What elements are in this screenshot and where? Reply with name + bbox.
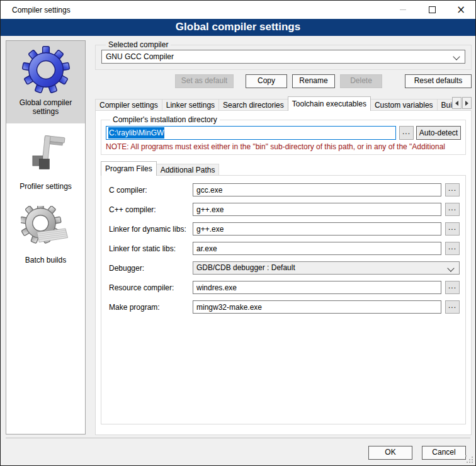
field-row-linker-static: Linker for static libs: ... (109, 242, 460, 255)
gear-stack-icon (21, 206, 71, 251)
installation-directory-group: Compiler's installation directory C:\ray… (101, 115, 466, 155)
tab-search-directories[interactable]: Search directories (218, 99, 288, 111)
resource-compiler-input[interactable] (193, 281, 441, 294)
close-button[interactable]: × (446, 1, 475, 19)
resource-compiler-browse-button[interactable]: ... (445, 281, 460, 294)
c-compiler-browse-button[interactable]: ... (445, 183, 460, 196)
debugger-select-value: GDB/CDB debugger : Default (196, 263, 295, 272)
linker-static-input[interactable] (193, 242, 441, 255)
page-title: Global compiler settings (1, 19, 475, 36)
debugger-select[interactable]: GDB/CDB debugger : Default (193, 261, 460, 275)
titlebar: Compiler settings × (1, 1, 475, 19)
sidebar-item-profiler-settings[interactable]: Profiler settings (6, 132, 85, 191)
footer-separator (6, 438, 470, 438)
compiler-settings-dialog: Compiler settings × Global compiler sett… (0, 0, 476, 466)
field-row-linker-dynamic: Linker for dynamic libs: ... (109, 222, 460, 236)
cpp-compiler-browse-button[interactable]: ... (445, 203, 460, 216)
installation-directory-browse-button[interactable]: ... (399, 126, 414, 140)
program-files-page: C compiler: ... C++ compiler: ... Linker… (101, 175, 466, 424)
c-compiler-input[interactable] (193, 183, 441, 196)
chevron-down-icon (447, 264, 454, 271)
compiler-actions: Set as default Copy Rename Delete Reset … (95, 74, 472, 88)
linker-dynamic-input[interactable] (193, 222, 441, 236)
gear-blue-icon (22, 46, 70, 94)
sidebar-item-label: Profiler settings (14, 182, 77, 191)
selected-compiler-legend: Selected compiler (106, 40, 171, 49)
resize-grip[interactable] (465, 455, 473, 463)
field-label: C++ compiler: (109, 205, 193, 214)
field-row-make-program: Make program: ... (109, 300, 460, 314)
program-files-tabs: Program Files Additional Paths (101, 161, 466, 176)
tab-compiler-settings[interactable]: Compiler settings (95, 99, 162, 111)
main-panel: Selected compiler GNU GCC Compiler Set a… (95, 40, 472, 435)
reset-defaults-button[interactable]: Reset defaults (405, 74, 472, 88)
field-row-c-compiler: C compiler: ... (109, 183, 460, 196)
compiler-select-value: GNU GCC Compiler (106, 52, 174, 61)
field-label: C compiler: (109, 186, 193, 195)
window-title: Compiler settings (1, 6, 388, 14)
field-label: Linker for static libs: (109, 244, 193, 253)
installation-directory-row: C:\raylib\MinGW ... Auto-detect (106, 126, 461, 140)
subtab-program-files[interactable]: Program Files (101, 161, 157, 176)
minimize-icon (400, 9, 406, 10)
program-files-notebook: Program Files Additional Paths C compile… (101, 161, 466, 424)
set-as-default-button: Set as default (175, 74, 234, 88)
make-program-browse-button[interactable]: ... (445, 300, 460, 314)
sidebar-item-global-compiler-settings[interactable]: Global compiler settings (6, 41, 85, 123)
close-icon: × (456, 4, 465, 15)
subtab-additional-paths[interactable]: Additional Paths (156, 164, 220, 176)
tab-scroll-right-icon (465, 101, 468, 106)
chevron-down-icon (453, 53, 460, 60)
tab-scroll-left-button[interactable] (452, 97, 462, 109)
linker-dynamic-browse-button[interactable]: ... (445, 222, 460, 236)
delete-button: Delete (340, 74, 382, 88)
linker-static-browse-button[interactable]: ... (445, 242, 460, 255)
sidebar-item-label: Global compiler settings (14, 98, 77, 116)
tab-scroll-right-button[interactable] (462, 97, 472, 109)
field-label: Resource compiler: (109, 283, 193, 292)
tab-scroll-left-icon (455, 101, 458, 106)
rename-button[interactable]: Rename (292, 74, 335, 88)
dialog-content: Global compiler settings Profiler settin… (1, 36, 475, 465)
tab-linker-settings[interactable]: Linker settings (162, 99, 219, 111)
installation-directory-input[interactable]: C:\raylib\MinGW (106, 126, 396, 140)
copy-button[interactable]: Copy (246, 74, 287, 88)
toolchain-executables-page: Compiler's installation directory C:\ray… (95, 110, 472, 435)
field-label: Debugger: (109, 264, 193, 273)
installation-directory-legend: Compiler's installation directory (110, 115, 220, 124)
settings-tabs: Compiler settings Linker settings Search… (95, 96, 472, 111)
cpp-compiler-input[interactable] (193, 203, 441, 216)
tab-toolchain-executables[interactable]: Toolchain executables (288, 96, 371, 111)
tab-scroll-buttons (451, 97, 472, 109)
make-program-input[interactable] (193, 300, 441, 314)
minimize-button (388, 1, 417, 19)
cancel-button[interactable]: Cancel (422, 446, 466, 460)
maximize-button[interactable] (417, 1, 446, 19)
field-label: Linker for dynamic libs: (109, 225, 193, 234)
ok-button[interactable]: OK (368, 446, 412, 460)
installation-directory-value: C:\raylib\MinGW (108, 127, 164, 139)
tab-custom-variables[interactable]: Custom variables (370, 99, 438, 111)
footer-buttons: OK Cancel (368, 446, 466, 460)
sidebar-item-batch-builds[interactable]: Batch builds (6, 206, 85, 264)
settings-category-list: Global compiler settings Profiler settin… (6, 40, 86, 435)
field-row-resource-compiler: Resource compiler: ... (109, 281, 460, 294)
sidebar-item-label: Batch builds (14, 256, 77, 264)
installation-note: NOTE: All programs must exist either in … (106, 142, 461, 151)
maximize-icon (429, 6, 436, 13)
selected-compiler-group: Selected compiler GNU GCC Compiler (95, 40, 472, 70)
field-row-cpp-compiler: C++ compiler: ... (109, 203, 460, 216)
field-label: Make program: (109, 303, 193, 312)
compiler-select[interactable]: GNU GCC Compiler (101, 50, 465, 64)
field-row-debugger: Debugger: GDB/CDB debugger : Default (109, 261, 460, 275)
auto-detect-button[interactable]: Auto-detect (416, 126, 461, 140)
caliper-icon (25, 132, 67, 178)
